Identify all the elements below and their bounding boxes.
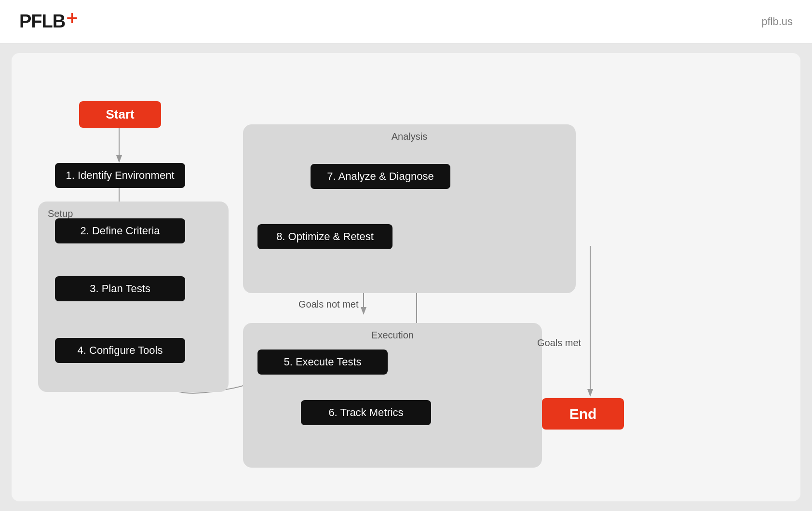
- step2-box: 2. Define Criteria: [55, 218, 185, 243]
- analysis-label: Analysis: [392, 131, 427, 142]
- main-content: Start 1. Identify Environment Setup 2. D…: [12, 53, 800, 501]
- header-url: pflb.us: [761, 15, 793, 28]
- start-box: Start: [79, 101, 161, 128]
- setup-label: Setup: [48, 208, 73, 219]
- logo-text: PFLB: [19, 11, 65, 32]
- goals-not-met-label: Goals not met: [298, 299, 359, 310]
- logo: PFLB +: [19, 8, 78, 35]
- execution-group: Execution: [243, 323, 542, 468]
- execution-label: Execution: [371, 330, 414, 341]
- header: PFLB + pflb.us: [0, 0, 812, 43]
- goals-met-label: Goals met: [537, 337, 581, 349]
- end-box: End: [542, 398, 624, 430]
- step3-box: 3. Plan Tests: [55, 276, 185, 301]
- step7-box: 7. Analyze & Diagnose: [311, 164, 450, 189]
- step1-box: 1. Identify Environment: [55, 163, 185, 188]
- analysis-group: Analysis: [243, 124, 576, 293]
- step6-box: 6. Track Metrics: [301, 400, 431, 425]
- svg-marker-1: [116, 155, 122, 163]
- step4-box: 4. Configure Tools: [55, 338, 185, 363]
- diagram: Start 1. Identify Environment Setup 2. D…: [12, 53, 800, 501]
- step5-box: 5. Execute Tests: [257, 350, 388, 375]
- svg-marker-14: [361, 307, 366, 315]
- svg-marker-17: [587, 389, 593, 397]
- logo-plus: +: [66, 8, 78, 28]
- step8-box: 8. Optimize & Retest: [257, 224, 392, 249]
